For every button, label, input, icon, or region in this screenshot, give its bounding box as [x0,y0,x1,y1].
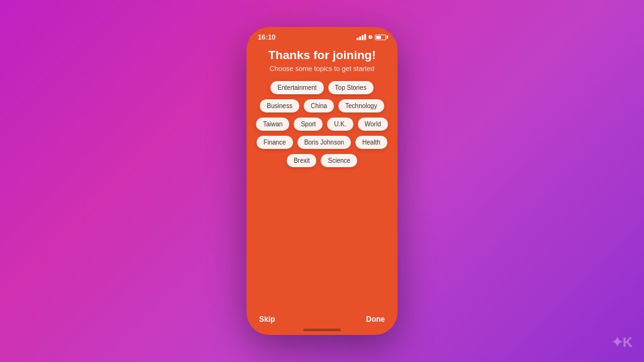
topic-entertainment[interactable]: Entertainment [270,81,323,94]
topic-business[interactable]: Business [260,99,299,112]
phone-content: Thanks for joining! Choose some topics t… [247,43,397,309]
topic-boris-johnson[interactable]: Boris Johnson [297,136,351,149]
topic-uk[interactable]: U.K. [327,118,353,131]
topic-technology[interactable]: Technology [338,99,384,112]
skip-button[interactable]: Skip [259,315,275,324]
topic-world[interactable]: World [358,118,388,131]
topic-brexit[interactable]: Brexit [287,154,317,167]
topic-taiwan[interactable]: Taiwan [256,118,289,131]
topics-row-4: Finance Boris Johnson Health [257,136,387,149]
battery-icon [375,35,386,40]
topic-top-stories[interactable]: Top Stories [328,81,374,94]
home-indicator [303,329,341,331]
wifi-icon: ⊛ [368,34,373,40]
topics-container: Entertainment Top Stories Business China… [254,81,390,167]
topics-row-3: Taiwan Sport U.K. World [256,118,387,131]
knowable-logo: ✦K [611,334,633,351]
status-time: 16:10 [258,33,275,41]
topics-row-1: Entertainment Top Stories [270,81,373,94]
topic-china[interactable]: China [304,99,334,112]
status-bar: 16:10 ⊛ [247,27,397,43]
page-subtitle: Choose some topics to get started [270,65,375,72]
topics-row-2: Business China Technology [260,99,384,112]
topic-science[interactable]: Science [321,154,357,167]
signal-icon [357,34,366,40]
topics-row-5: Brexit Science [287,154,357,167]
topic-health[interactable]: Health [355,136,387,149]
page-title: Thanks for joining! [269,48,376,62]
topic-finance[interactable]: Finance [257,136,293,149]
topic-sport[interactable]: Sport [294,118,323,131]
done-button[interactable]: Done [366,315,385,324]
phone-frame: 16:10 ⊛ Thanks for joining! Choose some … [247,27,397,335]
phone-bottom: Skip Done [247,309,397,329]
status-icons: ⊛ [357,34,386,40]
